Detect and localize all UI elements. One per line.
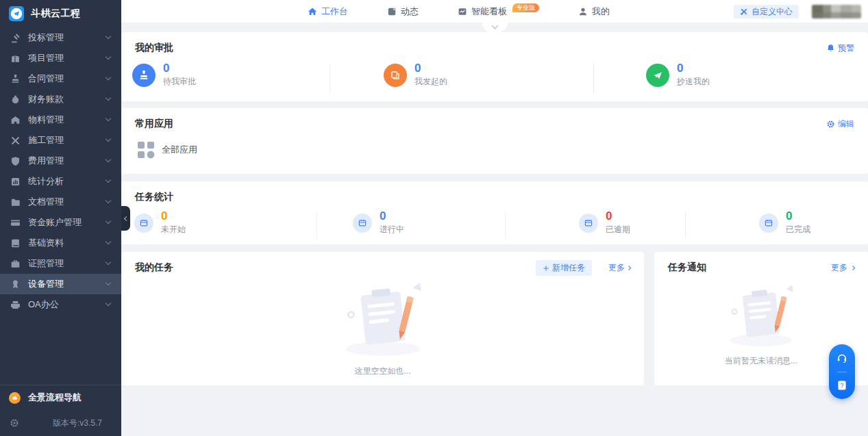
sidebar-item-project[interactable]: 项目管理: [0, 48, 121, 68]
sidebar-footer: 全景流程导航 版本号:v3.5.7: [0, 385, 121, 436]
building-icon: [10, 53, 21, 64]
kanban-icon: [458, 7, 467, 16]
chevron-left-icon: [124, 216, 129, 220]
stat-completed[interactable]: 0已完成: [759, 210, 810, 235]
empty-illustration: [332, 279, 434, 360]
customize-center-button[interactable]: 自定义中心: [734, 5, 799, 18]
all-apps-button[interactable]: 全部应用: [137, 141, 197, 159]
credit-card-icon: [10, 218, 21, 228]
divider: [685, 211, 686, 239]
sidebar-item-statistics[interactable]: 统计分析: [0, 171, 121, 192]
chevron-down-icon: [492, 23, 499, 29]
settings-gear-icon[interactable]: [10, 418, 19, 428]
sidebar-item-contract[interactable]: 合同管理: [0, 68, 121, 89]
user-avatar[interactable]: [812, 5, 861, 18]
app-screen: 斗栱云工程 投标管理 项目管理 合同管理 财务账款 物料管理: [0, 0, 868, 436]
chevron-down-icon: [106, 218, 111, 224]
tools-icon: [10, 136, 21, 146]
chevron-down-icon: [106, 157, 111, 162]
panorama-nav-button[interactable]: 全景流程导航: [0, 385, 121, 410]
bell-icon: [826, 44, 835, 53]
chevron-down-icon: [106, 198, 111, 203]
alert-link[interactable]: 预警: [826, 42, 854, 54]
help-icon[interactable]: ?: [836, 379, 848, 392]
stat-not-started[interactable]: 0未开始: [134, 210, 186, 235]
chevron-down-icon: [106, 95, 111, 101]
app-logo: 斗栱云工程: [0, 0, 121, 27]
edit-apps-link[interactable]: 编辑: [826, 118, 854, 130]
chevron-right-icon: [850, 264, 858, 272]
notifications-title: 任务通知: [668, 261, 706, 274]
empty-illustration: [719, 282, 803, 350]
tab-mine[interactable]: 我的: [578, 5, 610, 18]
sidebar-item-material[interactable]: 物料管理: [0, 110, 121, 130]
sidebar-item-oa[interactable]: OA办公: [0, 294, 121, 315]
sidebar-item-finance[interactable]: 财务账款: [0, 89, 121, 110]
task-card-icon: [579, 214, 598, 233]
my-tasks-empty-state: 这里空空如也...: [121, 279, 644, 377]
chevron-down-icon: [106, 280, 111, 285]
tab-activity[interactable]: 动态: [387, 5, 419, 18]
approvals-title: 我的审批: [135, 42, 173, 54]
nav-tabs: 工作台 动态 智能看板 专业版 我的: [308, 0, 610, 23]
stamp-icon: [10, 74, 21, 84]
sidebar-item-equipment[interactable]: 设备管理: [0, 274, 121, 294]
bar-chart-icon: [10, 177, 21, 187]
chevron-down-icon: [106, 75, 111, 80]
app-title: 斗栱云工程: [31, 8, 81, 20]
customize-icon: [740, 8, 748, 16]
add-task-button[interactable]: 新增任务: [536, 260, 592, 276]
person-icon: [578, 7, 588, 16]
stat-overdue[interactable]: 0已逾期: [579, 210, 630, 235]
sidebar-item-construction[interactable]: 施工管理: [0, 130, 121, 151]
sidebar: 斗栱云工程 投标管理 项目管理 合同管理 财务账款 物料管理: [0, 0, 121, 436]
chevron-down-icon: [106, 300, 111, 306]
chevron-down-icon: [106, 116, 111, 121]
sidebar-item-document[interactable]: 文档管理: [0, 192, 121, 212]
book-icon: [10, 238, 21, 248]
stat-pending-approval[interactable]: 0待我审批: [132, 62, 196, 88]
chevron-down-icon: [106, 177, 111, 183]
notifications-more-link[interactable]: 更多: [831, 262, 858, 274]
floating-assistant-widget: ?: [829, 344, 855, 399]
chevron-down-icon: [106, 259, 111, 265]
sidebar-item-basic-data[interactable]: 基础资料: [0, 233, 121, 253]
sidebar-collapse-handle[interactable]: [121, 206, 130, 231]
sidebar-item-fund-account[interactable]: 资金账户管理: [0, 212, 121, 233]
folder-icon: [10, 197, 21, 207]
version-row: 版本号:v3.5.7: [0, 410, 121, 436]
version-label: 版本号:v3.5.7: [53, 418, 102, 429]
divider: [837, 372, 847, 372]
gear-icon: [826, 120, 835, 129]
top-navbar: 工作台 动态 智能看板 专业版 我的 自定义中心: [121, 0, 868, 23]
chevron-down-icon: [106, 34, 111, 39]
my-tasks-more-link[interactable]: 更多: [608, 262, 634, 274]
sidebar-item-bid[interactable]: 投标管理: [0, 27, 121, 48]
common-apps-title: 常用应用: [135, 118, 173, 130]
stat-cc-me[interactable]: 0抄送我的: [646, 62, 710, 88]
stat-in-progress[interactable]: 0进行中: [353, 210, 404, 235]
app-logo-icon: [9, 6, 24, 21]
panorama-icon: [9, 392, 21, 404]
sidebar-menu: 投标管理 项目管理 合同管理 财务账款 物料管理 施工管理: [0, 27, 121, 315]
pro-badge: 专业版: [512, 3, 539, 12]
initiated-doc-icon: [384, 64, 407, 87]
tab-workbench[interactable]: 工作台: [308, 5, 348, 18]
paper-plane-icon: [646, 64, 669, 87]
tab-smart-kanban[interactable]: 智能看板 专业版: [458, 5, 539, 18]
money-bag-icon: [10, 94, 21, 105]
header-collapse-tab[interactable]: [482, 23, 508, 32]
chevron-down-icon: [106, 239, 111, 244]
sidebar-item-certificate[interactable]: 证照管理: [0, 253, 121, 274]
medal-icon: [10, 279, 21, 290]
divider: [317, 211, 317, 239]
task-stats-card: 任务统计 0未开始 0进行中 0已逾期 0已完成: [121, 181, 868, 244]
sidebar-item-expense[interactable]: 费用管理: [0, 151, 121, 171]
headset-support-icon[interactable]: [836, 352, 848, 364]
stat-initiated[interactable]: 0我发起的: [384, 62, 447, 88]
task-card-icon: [134, 214, 153, 233]
chevron-right-icon: [626, 264, 634, 272]
notifications-empty-text: 当前暂无未读消息...: [725, 355, 797, 367]
approvals-card: 我的审批 预警 0待我审批 0我发起的 0抄送我的: [121, 32, 868, 101]
task-card-icon: [759, 214, 778, 233]
